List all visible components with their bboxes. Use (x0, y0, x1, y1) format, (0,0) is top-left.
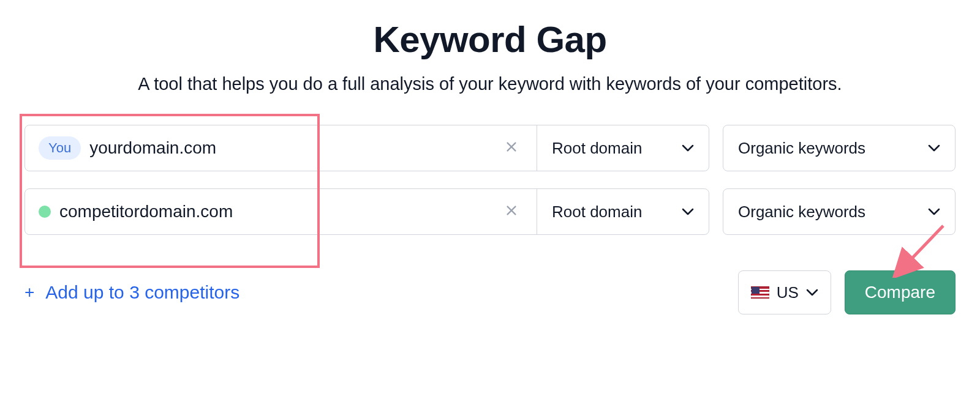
competitor-scope-select[interactable]: Root domain (537, 189, 709, 234)
page-subtitle: A tool that helps you do a full analysis… (24, 74, 956, 94)
close-icon (505, 202, 518, 221)
country-select[interactable]: US (738, 270, 831, 314)
close-icon (505, 138, 518, 158)
scope-label: Root domain (552, 139, 642, 158)
your-domain-input-wrap[interactable]: You (25, 125, 537, 171)
your-keyword-type-select[interactable]: Organic keywords (723, 125, 956, 171)
chevron-down-icon (682, 207, 694, 216)
compare-button[interactable]: Compare (845, 270, 956, 314)
clear-competitor-domain-button[interactable] (500, 202, 523, 221)
clear-your-domain-button[interactable] (500, 138, 523, 158)
your-domain-input[interactable] (89, 138, 491, 158)
chevron-down-icon (928, 144, 940, 152)
flag-us-icon (751, 286, 769, 299)
your-scope-select[interactable]: Root domain (537, 125, 709, 171)
keyword-type-label: Organic keywords (738, 139, 865, 158)
page-title: Keyword Gap (24, 18, 956, 61)
domain-input-group: Root domain (24, 188, 709, 235)
competitor-domain-input-wrap[interactable] (25, 189, 537, 234)
chevron-down-icon (928, 207, 940, 216)
keyword-gap-form: You Root domain Organic keywords (24, 125, 956, 314)
chevron-down-icon (682, 144, 694, 152)
add-competitors-link[interactable]: + Add up to 3 competitors (24, 282, 239, 303)
keyword-type-label: Organic keywords (738, 203, 865, 221)
competitor-domain-input[interactable] (59, 202, 491, 221)
competitor-keyword-type-select[interactable]: Organic keywords (723, 188, 956, 235)
domain-row: You Root domain Organic keywords (24, 125, 956, 171)
scope-label: Root domain (552, 203, 642, 221)
chevron-down-icon (806, 288, 818, 297)
country-code-label: US (777, 283, 799, 302)
competitor-dot-icon (39, 206, 51, 218)
domain-row: Root domain Organic keywords (24, 188, 956, 235)
plus-icon: + (24, 283, 34, 302)
domain-input-group: You Root domain (24, 125, 709, 171)
you-badge: You (39, 136, 81, 160)
add-competitors-label: Add up to 3 competitors (45, 282, 239, 303)
